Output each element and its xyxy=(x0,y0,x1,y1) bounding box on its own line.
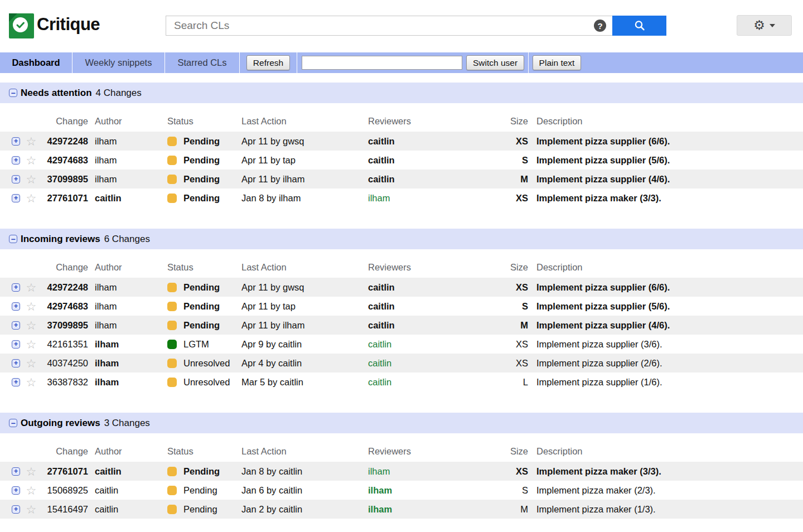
expand-icon[interactable] xyxy=(12,505,20,514)
change-number[interactable]: 42974683 xyxy=(39,301,88,312)
reviewer: caitlin xyxy=(361,282,484,293)
expand-icon[interactable] xyxy=(12,486,20,495)
tab-dashboard[interactable]: Dashboard xyxy=(0,52,72,73)
collapse-icon[interactable] xyxy=(9,235,17,243)
switch-user-cell: Switch user xyxy=(297,52,529,73)
author: ilham xyxy=(88,155,161,166)
reviewer: ilham xyxy=(361,466,484,477)
star-icon[interactable]: ☆ xyxy=(23,173,39,185)
size: M xyxy=(484,174,528,185)
expand-icon[interactable] xyxy=(12,467,20,476)
star-icon[interactable]: ☆ xyxy=(23,192,39,204)
reviewer: caitlin xyxy=(361,320,484,331)
tab-weekly-snippets[interactable]: Weekly snippets xyxy=(72,52,165,73)
star-icon[interactable]: ☆ xyxy=(23,357,39,369)
expand-cell xyxy=(0,359,23,367)
reviewer: caitlin xyxy=(361,301,484,312)
expand-icon[interactable] xyxy=(12,175,20,183)
expand-icon[interactable] xyxy=(12,302,20,311)
change-number[interactable]: 15416497 xyxy=(39,504,88,515)
status-cell: Pending xyxy=(161,155,235,166)
description-link[interactable]: Implement pizza maker (3/3). xyxy=(528,466,803,477)
description-link[interactable]: Implement pizza supplier (4/6). xyxy=(528,174,803,185)
expand-icon[interactable] xyxy=(12,156,20,165)
rows: ☆ 42972248 ilham Pending Apr 11 by gwsq … xyxy=(0,278,803,391)
settings-button[interactable]: ⚙ xyxy=(737,15,792,36)
table-row: ☆ 15416497 caitlin Pending Jan 2 by cait… xyxy=(0,500,803,519)
column-last-action: Last Action xyxy=(235,262,361,273)
expand-icon[interactable] xyxy=(12,340,20,349)
column-status: Status xyxy=(161,446,235,457)
status-chip xyxy=(167,505,177,514)
change-number[interactable]: 15068925 xyxy=(39,485,88,496)
star-icon[interactable]: ☆ xyxy=(23,376,39,388)
author: caitlin xyxy=(88,193,161,204)
expand-cell xyxy=(0,175,23,183)
change-number[interactable]: 27761071 xyxy=(39,466,88,477)
dashboard-content: Needs attention 4 Changes Change Author … xyxy=(0,73,803,519)
reviewer: caitlin xyxy=(361,339,484,350)
description-link[interactable]: Implement pizza supplier (5/6). xyxy=(528,301,803,312)
star-icon[interactable]: ☆ xyxy=(23,504,39,515)
expand-icon[interactable] xyxy=(12,194,20,202)
column-author: Author xyxy=(88,446,161,457)
expand-icon[interactable] xyxy=(12,283,20,292)
change-number[interactable]: 42972248 xyxy=(39,136,88,147)
collapse-icon[interactable] xyxy=(9,89,17,97)
collapse-icon[interactable] xyxy=(9,419,17,427)
reviewer: caitlin xyxy=(361,377,484,388)
change-number[interactable]: 42972248 xyxy=(39,282,88,293)
description-link[interactable]: Implement pizza supplier (5/6). xyxy=(528,155,803,166)
change-number[interactable]: 40374250 xyxy=(39,358,88,369)
description-link[interactable]: Implement pizza maker (3/3). xyxy=(528,193,803,204)
help-icon[interactable]: ? xyxy=(594,20,606,32)
critique-logo-icon xyxy=(9,13,34,38)
star-icon[interactable]: ☆ xyxy=(23,301,39,312)
description-link[interactable]: Implement pizza supplier (3/6). xyxy=(528,339,803,350)
size: L xyxy=(484,377,528,388)
expand-icon[interactable] xyxy=(12,359,20,367)
switch-user-input[interactable] xyxy=(302,56,462,70)
description-link[interactable]: Implement pizza maker (1/3). xyxy=(528,504,803,515)
description-link[interactable]: Implement pizza supplier (4/6). xyxy=(528,320,803,331)
star-icon[interactable]: ☆ xyxy=(23,282,39,293)
expand-icon[interactable] xyxy=(12,137,20,146)
switch-user-button[interactable]: Switch user xyxy=(466,55,524,70)
author: caitlin xyxy=(88,485,161,496)
tab-starred-cls[interactable]: Starred CLs xyxy=(165,52,240,73)
change-number[interactable]: 37099895 xyxy=(39,174,88,185)
search-input[interactable] xyxy=(166,16,612,36)
last-action: Apr 4 by caitlin xyxy=(235,358,361,369)
status-chip xyxy=(167,467,177,476)
star-icon[interactable]: ☆ xyxy=(23,485,39,496)
star-icon[interactable]: ☆ xyxy=(23,320,39,331)
change-number[interactable]: 36387832 xyxy=(39,377,88,388)
star-icon[interactable]: ☆ xyxy=(23,338,39,350)
search-bar: ? xyxy=(166,16,666,36)
last-action: Jan 8 by ilham xyxy=(235,193,361,204)
star-icon[interactable]: ☆ xyxy=(23,154,39,166)
expand-cell xyxy=(0,378,23,386)
section-outgoing-reviews: Outgoing reviews 3 Changes Change Author… xyxy=(0,413,803,519)
description-link[interactable]: Implement pizza supplier (2/6). xyxy=(528,358,803,369)
change-number[interactable]: 27761071 xyxy=(39,193,88,204)
change-number[interactable]: 42974683 xyxy=(39,155,88,166)
plain-text-button[interactable]: Plain text xyxy=(533,55,582,70)
description-link[interactable]: Implement pizza supplier (1/6). xyxy=(528,377,803,388)
table-row: ☆ 42974683 ilham Pending Apr 11 by tap c… xyxy=(0,297,803,316)
change-number[interactable]: 42161351 xyxy=(39,339,88,350)
status-cell: Pending xyxy=(161,320,235,331)
description-link[interactable]: Implement pizza supplier (6/6). xyxy=(528,136,803,147)
search-button[interactable] xyxy=(612,16,666,36)
nav-bar: Dashboard Weekly snippets Starred CLs Re… xyxy=(0,52,803,73)
star-icon[interactable]: ☆ xyxy=(23,136,39,147)
expand-icon[interactable] xyxy=(12,378,20,386)
expand-cell xyxy=(0,194,23,202)
description-link[interactable]: Implement pizza maker (2/3). xyxy=(528,485,803,496)
expand-icon[interactable] xyxy=(12,321,20,330)
star-icon[interactable]: ☆ xyxy=(23,466,39,477)
status-label: Unresolved xyxy=(183,377,230,388)
refresh-button[interactable]: Refresh xyxy=(246,55,290,70)
change-number[interactable]: 37099895 xyxy=(39,320,88,331)
description-link[interactable]: Implement pizza supplier (6/6). xyxy=(528,282,803,293)
